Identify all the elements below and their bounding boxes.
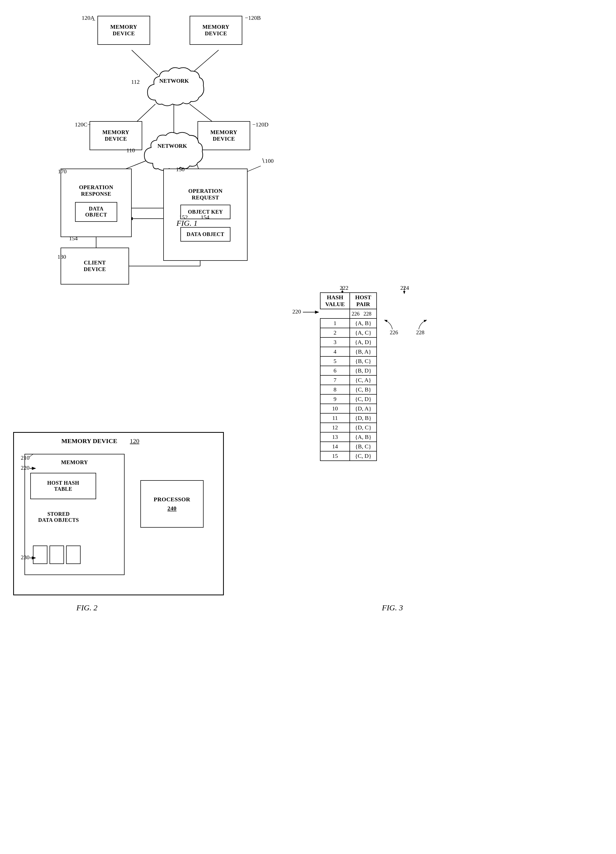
fig3-row-pair-8: {C, B}	[350, 385, 377, 394]
fig3-row-hash-11: 11	[320, 413, 350, 423]
network-112-cloud: NETWORK	[142, 63, 206, 109]
fig3-row-hash-6: 6	[320, 366, 350, 375]
ref-112: 112	[131, 78, 140, 85]
fig3-row-hash-2: 2	[320, 328, 350, 337]
fig2-memory-label: MEMORY	[61, 459, 88, 466]
fig2-ref-120: 120	[130, 438, 139, 445]
client-device-box: CLIENTDEVICE	[61, 248, 129, 285]
fig3-row-pair-12: {D, C}	[350, 423, 377, 432]
col-hash-value: HASHVALUE	[320, 293, 350, 309]
fig3-row-hash-13: 13	[320, 432, 350, 442]
col-226-228: 226 228	[350, 309, 377, 319]
fig2-memory-device-label: MEMORY DEVICE	[61, 438, 117, 445]
fig2-host-hash-table-label: HOST HASHTABLE	[47, 480, 79, 492]
fig3-row-pair-11: {D, B}	[350, 413, 377, 423]
data-object-right-label: DATA OBJECT	[186, 231, 224, 237]
fig3-row-pair-4: {B, A}	[350, 347, 377, 357]
fig2-ref-230: 230	[21, 554, 29, 561]
fig3-row-pair-2: {A, C}	[350, 328, 377, 337]
operation-request-label: OPERATIONREQUEST	[188, 188, 223, 201]
fig2-data-rect-2	[49, 546, 64, 564]
network-110-cloud: NETWORK	[140, 129, 208, 171]
ref-130: 130	[57, 253, 66, 260]
fig2-processor-box: PROCESSOR 240	[140, 480, 204, 528]
fig3-row-pair-9: {C, D}	[350, 394, 377, 404]
memory-device-120c-label: MEMORYDEVICE	[102, 129, 130, 142]
memory-device-120b: MEMORYDEVICE	[190, 16, 242, 45]
fig3-caption: FIG. 3	[382, 603, 403, 612]
fig2-processor-ref: 240	[168, 505, 177, 512]
fig3-row-pair-14: {B, C}	[350, 442, 377, 451]
fig3-row-pair-5: {B, C}	[350, 357, 377, 366]
fig3-row-hash-5: 5	[320, 357, 350, 366]
fig3-row-hash-9: 9	[320, 394, 350, 404]
fig3-row-hash-3: 3	[320, 337, 350, 347]
fig3-row-hash-7: 7	[320, 375, 350, 385]
fig3-row-hash-14: 14	[320, 442, 350, 451]
ref-120c: 120C−	[75, 121, 91, 128]
fig2-data-rect-3	[66, 546, 81, 564]
fig3-row-pair-6: {B, D}	[350, 366, 377, 375]
fig2-processor-label: PROCESSOR	[154, 496, 191, 503]
fig3-row-hash-1: 1	[320, 319, 350, 328]
fig3-table: HASHVALUE HOSTPAIR 226 228 1{A, B}2{A, C…	[320, 293, 377, 461]
fig3-row-hash-8: 8	[320, 385, 350, 394]
ref-154-left: 154	[69, 235, 78, 242]
ref-120a-dash: −	[92, 17, 95, 24]
fig3-row-pair-1: {A, B}	[350, 319, 377, 328]
col-host-pair: HOSTPAIR	[350, 293, 377, 309]
svg-line-19	[29, 454, 34, 457]
fig3-row-pair-3: {A, D}	[350, 337, 377, 347]
fig2-outer-box: MEMORY DEVICE 120 MEMORY HOST HASHTABLE …	[13, 432, 224, 595]
fig2-stored-data-objects-label: STOREDDATA OBJECTS	[38, 511, 79, 523]
ref-150: 150	[176, 166, 184, 173]
data-object-right-box: DATA OBJECT	[180, 227, 230, 242]
memory-device-120c: MEMORYDEVICE	[90, 121, 142, 150]
fig2-host-hash-table-box: HOST HASHTABLE	[30, 473, 96, 499]
fig3-row-pair-15: {C, D}	[350, 451, 377, 461]
fig3-row-pair-10: {D, A}	[350, 404, 377, 413]
memory-device-120a-label: MEMORYDEVICE	[110, 24, 137, 37]
operation-response-box: OPERATIONRESPONSE DATAOBJECT	[61, 169, 132, 237]
fig2-ref-220: 220	[21, 464, 29, 471]
ref-170: 170	[58, 168, 67, 175]
ref-120b: −120B	[245, 14, 261, 21]
fig2-caption: FIG. 2	[76, 603, 98, 612]
fig2-data-rect-1	[33, 546, 47, 564]
ref-154-right: 154	[201, 214, 209, 221]
fig3-row-pair-13: {A, B}	[350, 432, 377, 442]
fig3-row-hash-4: 4	[320, 347, 350, 357]
fig3-row-pair-7: {C, A}	[350, 375, 377, 385]
memory-device-120b-label: MEMORYDEVICE	[203, 24, 230, 37]
data-object-left-box: DATAOBJECT	[75, 202, 117, 222]
fig1-caption: FIG. 1	[177, 219, 198, 227]
operation-response-label: OPERATIONRESPONSE	[79, 184, 113, 197]
ref-110: 110	[127, 147, 135, 154]
fig2-memory-box: MEMORY HOST HASHTABLE STOREDDATA OBJECTS	[24, 454, 125, 575]
ref-220: 220	[292, 308, 301, 315]
fig3-row-hash-12: 12	[320, 423, 350, 432]
memory-device-120a: MEMORYDEVICE	[98, 16, 150, 45]
data-object-left-label: DATAOBJECT	[85, 206, 107, 218]
fig3-row-hash-10: 10	[320, 404, 350, 413]
client-device-label: CLIENTDEVICE	[84, 259, 106, 273]
col-226-228-blank	[320, 309, 350, 319]
ref-120d: −120D	[252, 121, 268, 128]
fig3-row-hash-15: 15	[320, 451, 350, 461]
ref-100: ∖100	[261, 157, 274, 165]
memory-device-120d-label: MEMORYDEVICE	[210, 129, 238, 142]
